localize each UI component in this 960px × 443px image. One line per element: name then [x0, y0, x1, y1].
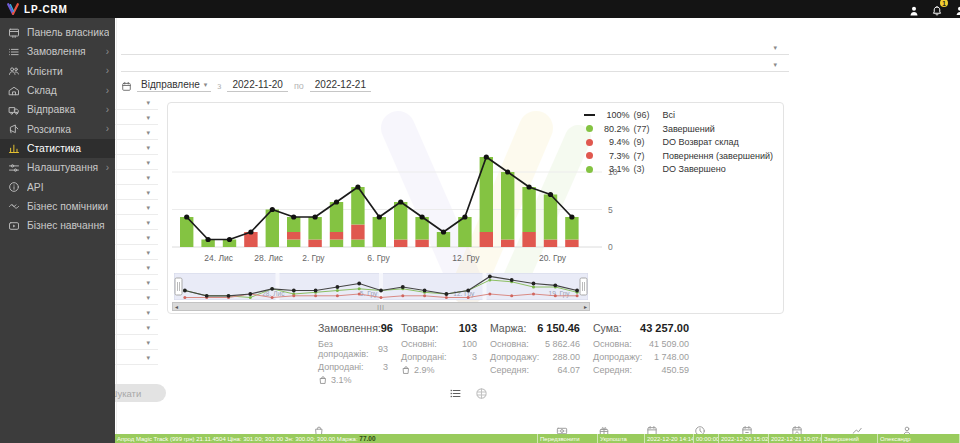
table-cell: Передзвонити: [538, 434, 598, 443]
sidebar-item-helpers[interactable]: Бізнес помічники: [0, 197, 115, 216]
table-cell: 2022-12-20 15:02:30: [719, 434, 769, 443]
sidebar-item-label: Налаштування: [27, 162, 106, 173]
svg-text:5: 5: [608, 205, 613, 215]
filter-select-top-1[interactable]: ▾: [121, 41, 789, 55]
legend-marker-icon: [583, 166, 595, 173]
caret-down-icon: ▾: [146, 339, 150, 347]
caret-down-icon: ▾: [146, 309, 150, 317]
legend-marker-icon: [583, 125, 595, 132]
date-to-input[interactable]: 2022-12-21: [310, 79, 371, 92]
stat-sub-label: Допродажу:: [490, 352, 539, 362]
chevron-right-icon: ›: [106, 124, 109, 134]
sidebar-item-statistics[interactable]: Статистика: [0, 139, 115, 158]
scrollbar-grip[interactable]: |||: [377, 304, 385, 310]
svg-text:6. Гру: 6. Гру: [367, 253, 390, 263]
caret-down-icon: ▾: [146, 219, 150, 227]
sidebar-item-label: Статистика: [27, 143, 109, 154]
view-toggle-listview-icon[interactable]: [449, 386, 462, 399]
caret-down-icon: ▾: [773, 44, 777, 52]
caret-down-icon: ▾: [146, 264, 150, 272]
stat-sub-value: 3: [383, 362, 388, 372]
sidebar-item-label: Панель власника: [27, 27, 109, 38]
table-cell: Завершений: [822, 434, 878, 443]
svg-text:20. Гру: 20. Гру: [539, 253, 567, 263]
navigator-handle-right[interactable]: [580, 278, 587, 295]
sidebar-item-panel[interactable]: Панель власника: [0, 23, 115, 42]
legend-item[interactable]: 9.4%(9)DO Возврат склад: [583, 137, 773, 147]
caret-down-icon: ▾: [146, 189, 150, 197]
date-from-label: з: [217, 81, 221, 91]
stat-value: 103: [459, 322, 477, 334]
caret-down-icon: ▾: [146, 174, 150, 182]
calendar-icon: [121, 81, 132, 92]
chevron-right-icon: ›: [106, 105, 109, 115]
stat-sub-label: Допродажу:: [593, 352, 642, 362]
stat-sub-label: 3.1%: [331, 375, 352, 385]
chart-navigator[interactable]: 28. Лис5. Гру12. Гру19. Гру: [174, 273, 588, 300]
sidebar-item-settings[interactable]: Налаштування›: [0, 158, 115, 177]
user-icon[interactable]: [908, 3, 920, 15]
navigator-handle-left[interactable]: [175, 278, 182, 295]
legend-item[interactable]: 100%(96)Всі: [583, 110, 773, 120]
sidebar-item-clients[interactable]: Клієнти›: [0, 62, 115, 81]
stat-title: Сума:: [593, 322, 622, 334]
mailing-icon: [8, 123, 20, 135]
orders-chart: 051024. Лис28. Лис2. Гру6. Гру12. Гру20.…: [170, 107, 622, 271]
view-toggles: [449, 386, 488, 399]
stats-column: Маржа:6 150.46Основна:5 862.46Допродажу:…: [490, 322, 580, 388]
chevron-right-icon: ›: [106, 47, 109, 57]
legend-count: (9): [633, 137, 658, 147]
api-icon: [8, 181, 20, 193]
sidebar-item-orders[interactable]: Замовлення›: [0, 42, 115, 61]
chevron-right-icon: ›: [106, 163, 109, 173]
stat-sub-value: 93: [378, 344, 388, 354]
filter-select-top-2[interactable]: ▾: [121, 58, 789, 72]
table-cell: 2022-12-20 14:14:06: [645, 434, 694, 443]
legend-label: Всі: [662, 110, 675, 120]
sidebar-item-shipping[interactable]: Відправка›: [0, 100, 115, 119]
bell-icon[interactable]: 1: [931, 3, 943, 15]
svg-text:2. Гру: 2. Гру: [302, 253, 325, 263]
settings-icon: [8, 162, 20, 174]
legend-item[interactable]: 3.1%(3)DO Завершено: [583, 164, 773, 174]
user-partial-icon[interactable]: [954, 3, 960, 15]
bag-icon: [318, 375, 328, 385]
stat-sub-value: 3: [472, 352, 477, 362]
brand-logo[interactable]: LP-CRM: [6, 0, 68, 18]
table-cell: 2022-12-21 10:07:05: [769, 434, 822, 443]
table-cell: Укрпошта: [598, 434, 645, 443]
svg-text:0: 0: [608, 242, 613, 252]
chevron-right-icon: ›: [106, 86, 109, 96]
caret-down-icon: ▾: [146, 204, 150, 212]
sidebar-item-mailing[interactable]: Розсилка›: [0, 119, 115, 138]
caret-down-icon: ▾: [146, 324, 150, 332]
sidebar-item-learning[interactable]: Бізнес навчання: [0, 216, 115, 235]
lp-crm-logo-icon: [6, 2, 20, 16]
sidebar-item-label: Склад: [27, 85, 106, 96]
date-type-select[interactable]: Відправлене ▾: [137, 79, 211, 92]
caret-down-icon: ▾: [146, 99, 150, 107]
sidebar-item-api[interactable]: API: [0, 177, 115, 196]
legend-label: DO Возврат склад: [662, 137, 738, 147]
caret-down-icon: ▾: [146, 234, 150, 242]
scroll-right-icon[interactable]: ▸: [584, 304, 587, 310]
stat-value: 96: [381, 322, 393, 334]
table-row[interactable]: Апрод Magic Track (999 грн) 21.11.4504 Ц…: [115, 434, 960, 443]
sidebar-item-label: Замовлення: [27, 46, 106, 57]
table-cell: 00:00:00: [694, 434, 719, 443]
stat-value: 6 150.46: [537, 322, 580, 334]
stat-sub-label: Основна:: [593, 339, 632, 349]
caret-down-icon: ▾: [146, 249, 150, 257]
view-toggle-cube-icon[interactable]: [475, 386, 488, 399]
statistics-chart-card: 051024. Лис28. Лис2. Гру6. Гру12. Гру20.…: [167, 102, 784, 314]
sidebar-item-warehouse[interactable]: Склад›: [0, 81, 115, 100]
stat-sub-value: 64.07: [557, 365, 580, 375]
scroll-left-icon[interactable]: ◂: [175, 304, 178, 310]
legend-item[interactable]: 7.3%(7)Повернення (завершений): [583, 151, 773, 161]
chart-scrollbar[interactable]: ◂ ||| ▸: [172, 302, 590, 311]
legend-percent: 80.2%: [599, 124, 629, 134]
legend-item[interactable]: 80.2%(77)Завершений: [583, 124, 773, 134]
stat-sub-label: Допродані:: [318, 362, 364, 372]
chart-legend: 100%(96)Всі80.2%(77)Завершений9.4%(9)DO …: [583, 110, 773, 174]
date-from-input[interactable]: 2022-11-20: [227, 79, 287, 92]
